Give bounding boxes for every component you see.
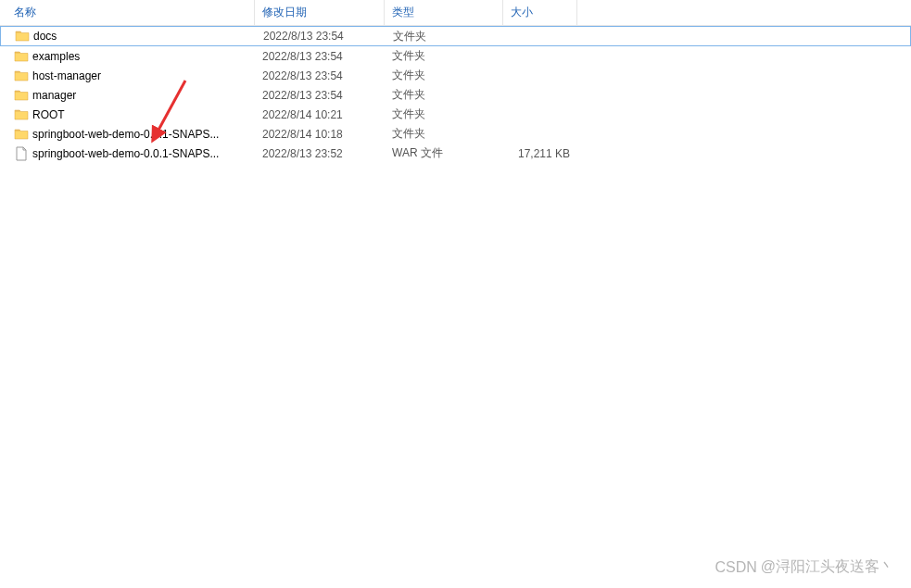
file-size-cell — [503, 74, 577, 78]
file-row[interactable]: springboot-web-demo-0.0.1-SNAPS...2022/8… — [0, 144, 911, 163]
file-date-cell: 2022/8/14 10:18 — [255, 126, 385, 143]
file-name-cell: springboot-web-demo-0.0.1-SNAPS... — [0, 126, 255, 143]
file-name-text: springboot-web-demo-0.0.1-SNAPS... — [32, 128, 219, 141]
file-row[interactable]: springboot-web-demo-0.0.1-SNAPS...2022/8… — [0, 124, 911, 144]
file-name-text: docs — [33, 30, 57, 43]
file-row[interactable]: ROOT2022/8/14 10:21文件夹 — [0, 105, 911, 124]
file-size-cell — [503, 113, 577, 117]
file-date-cell: 2022/8/13 23:54 — [255, 68, 385, 84]
file-name-cell: host-manager — [0, 68, 255, 84]
file-type-cell: 文件夹 — [385, 46, 503, 66]
folder-icon — [14, 108, 29, 121]
file-explorer-panel: 名称 修改日期 类型 大小 docs2022/8/13 23:54文件夹exam… — [0, 0, 911, 588]
file-name-text: manager — [32, 89, 76, 102]
file-icon — [14, 146, 29, 161]
file-name-cell: ROOT — [0, 106, 255, 123]
file-date-cell: 2022/8/13 23:54 — [255, 48, 385, 65]
folder-icon — [14, 69, 29, 82]
file-name-cell: springboot-web-demo-0.0.1-SNAPS... — [0, 144, 255, 163]
file-name-text: host-manager — [32, 69, 101, 82]
column-header-name[interactable]: 名称 — [0, 0, 255, 25]
file-type-cell: WAR 文件 — [385, 144, 503, 163]
column-header-row: 名称 修改日期 类型 大小 — [0, 0, 911, 26]
file-type-cell: 文件夹 — [385, 124, 503, 144]
watermark-author: @浔阳江头夜送客丶 — [761, 557, 894, 577]
file-size-cell — [503, 55, 577, 58]
file-type-cell: 文件夹 — [386, 27, 504, 46]
folder-icon — [15, 30, 30, 43]
file-list: docs2022/8/13 23:54文件夹examples2022/8/13 … — [0, 26, 911, 163]
file-name-cell: docs — [1, 28, 256, 44]
file-date-cell: 2022/8/13 23:52 — [255, 145, 385, 162]
file-date-cell: 2022/8/13 23:54 — [255, 87, 385, 104]
file-row[interactable]: manager2022/8/13 23:54文件夹 — [0, 85, 911, 105]
folder-icon — [14, 50, 29, 63]
file-row[interactable]: docs2022/8/13 23:54文件夹 — [0, 26, 911, 46]
file-name-cell: manager — [0, 87, 255, 104]
file-size-cell — [504, 34, 578, 38]
file-name-text: ROOT — [32, 108, 65, 121]
file-row[interactable]: examples2022/8/13 23:54文件夹 — [0, 46, 911, 66]
file-size-cell: 17,211 KB — [503, 145, 577, 162]
column-header-type[interactable]: 类型 — [385, 0, 503, 25]
column-header-size[interactable]: 大小 — [503, 0, 577, 25]
file-size-cell — [503, 132, 577, 136]
watermark: CSDN @浔阳江头夜送客丶 — [715, 557, 894, 577]
column-header-date[interactable]: 修改日期 — [255, 0, 385, 25]
watermark-brand: CSDN — [715, 559, 756, 576]
file-date-cell: 2022/8/14 10:21 — [255, 106, 385, 123]
file-name-cell: examples — [0, 48, 255, 65]
file-name-text: springboot-web-demo-0.0.1-SNAPS... — [32, 147, 219, 160]
file-date-cell: 2022/8/13 23:54 — [256, 28, 386, 44]
file-name-text: examples — [32, 50, 80, 63]
folder-icon — [14, 128, 29, 141]
file-size-cell — [503, 94, 577, 97]
file-row[interactable]: host-manager2022/8/13 23:54文件夹 — [0, 66, 911, 85]
file-type-cell: 文件夹 — [385, 85, 503, 105]
file-type-cell: 文件夹 — [385, 105, 503, 124]
file-type-cell: 文件夹 — [385, 66, 503, 85]
folder-icon — [14, 89, 29, 102]
